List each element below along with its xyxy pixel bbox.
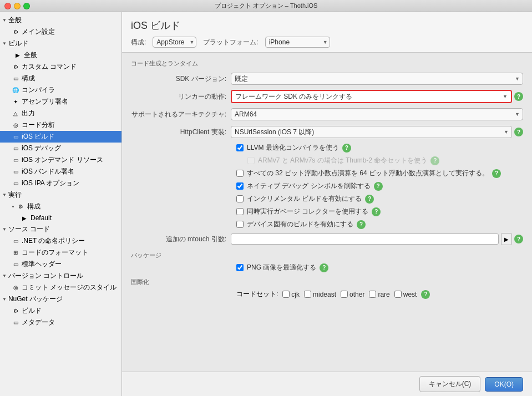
architecture-row: サポートされるアーキテクチャ: ARM64 ARM64+ARMv7 ▼ <box>131 108 523 121</box>
sidebar-item-label: 全般 <box>8 16 22 25</box>
sidebar-item-build[interactable]: ▼ ビルド <box>0 38 121 49</box>
codeset-rare-checkbox[interactable] <box>369 291 376 298</box>
sidebar-item-ios-ondemand[interactable]: ▭ iOS オンデマンド リソース <box>0 154 121 166</box>
sidebar-item-compiler[interactable]: 🌐 コンパイラ <box>0 84 121 96</box>
thumb2-checkbox[interactable] <box>247 157 255 164</box>
sidebar-item-version-ctrl[interactable]: ▼ バージョン コントロール <box>0 270 121 282</box>
platform-select[interactable]: iPhone iPhoneSimulator <box>265 37 330 48</box>
png-optimize-help-button[interactable]: ? <box>320 263 328 272</box>
mtouch-input[interactable] <box>231 233 499 245</box>
sidebar-item-label: iOS オンデマンド リソース <box>22 155 103 165</box>
sidebar-item-label: iOS IPA オプション <box>22 179 79 188</box>
config-select[interactable]: AppStore Debug Release <box>153 37 196 48</box>
sidebar-item-commit-msg[interactable]: ◎ コミット メッセージのスタイル <box>0 282 121 293</box>
sidebar-item-jikko[interactable]: ▼ 実行 <box>0 189 121 201</box>
architecture-select[interactable]: ARM64 ARM64+ARMv7 <box>231 108 523 120</box>
linker-behavior-select[interactable]: フレームワーク SDK のみをリンクする リンクしない すべてをリンクする <box>232 91 511 102</box>
box-icon: ▭ <box>11 74 20 83</box>
thumb2-help-button[interactable]: ? <box>430 156 439 165</box>
png-optimize-checkbox[interactable] <box>236 264 244 271</box>
incremental-help-button[interactable]: ? <box>365 195 374 204</box>
sidebar-item-kousei2[interactable]: ▼ ⚙ 構成 <box>0 201 121 212</box>
gear-icon: ⚙ <box>17 202 26 211</box>
llvm-checkbox-label[interactable]: LLVM 最適化コンパイラを使う <box>247 143 339 153</box>
codeset-help-button[interactable]: ? <box>421 290 430 299</box>
sidebar-item-std-header[interactable]: ▭ 標準ヘッダー <box>0 258 121 270</box>
sidebar-item-label: iOS デバッグ <box>22 144 61 153</box>
sidebar-item-ios-bundle-sign[interactable]: ▭ iOS バンドル署名 <box>0 166 121 177</box>
codeset-cjk-checkbox[interactable] <box>282 291 290 298</box>
maximize-button[interactable] <box>23 3 30 9</box>
native-debug-checkbox-label[interactable]: ネイティブ デバッグ シンボルを削除する <box>247 181 371 191</box>
httpclient-select[interactable]: NSUrlSession (iOS 7 以降) HttpClientHandle… <box>231 126 512 138</box>
codeset-other-checkbox[interactable] <box>341 291 348 298</box>
sidebar-item-label: コミット メッセージのスタイル <box>22 283 116 292</box>
codeset-west: west <box>394 291 417 298</box>
sidebar-item-dotnet-naming[interactable]: ▭ .NET の命名ポリシー <box>0 235 121 247</box>
mtouch-help-button[interactable]: ? <box>514 235 523 243</box>
sdk-version-control: 既定 ▼ <box>231 73 523 85</box>
llvm-checkbox[interactable] <box>236 144 244 151</box>
ok-button[interactable]: OK(O) <box>485 377 523 392</box>
httpclient-control: NSUrlSession (iOS 7 以降) HttpClientHandle… <box>231 126 523 138</box>
concurrent-help-button[interactable]: ? <box>372 207 381 216</box>
concurrent-checkbox-label[interactable]: 同時実行ガベージ コレクターを使用する <box>247 207 368 216</box>
sidebar-item-kousei[interactable]: ▭ 構成 <box>0 73 121 84</box>
incremental-checkbox[interactable] <box>236 195 244 202</box>
native-debug-checkbox[interactable] <box>236 182 244 190</box>
codeset-mideast-checkbox[interactable] <box>304 291 311 298</box>
codeset-rare-label[interactable]: rare <box>378 291 389 298</box>
float32-checkbox[interactable] <box>236 170 244 177</box>
mtouch-control: ▶ ? <box>231 233 523 245</box>
float32-help-button[interactable]: ? <box>492 169 501 178</box>
sidebar-item-nuget[interactable]: ▼ NuGet パッケージ <box>0 293 121 305</box>
box-icon: ▭ <box>11 237 20 246</box>
llvm-help-button[interactable]: ? <box>342 144 351 153</box>
mtouch-row: 追加の mtouch 引数: ▶ ? <box>131 232 523 246</box>
window-controls[interactable] <box>4 3 30 9</box>
sidebar-item-label: iOS ビルド <box>22 132 54 141</box>
sidebar-item-label: カスタム コマンド <box>22 62 77 72</box>
sidebar-item-main-settings[interactable]: ⚙ メイン設定 <box>0 26 121 38</box>
codeset-west-checkbox[interactable] <box>394 291 402 298</box>
sidebar-item-zenban[interactable]: ▼ 全般 <box>0 14 121 26</box>
sidebar-item-ios-ipa[interactable]: ▭ iOS IPA オプション <box>0 177 121 189</box>
device-specific-checkbox[interactable] <box>236 221 244 228</box>
cancel-button[interactable]: キャンセル(C) <box>419 376 481 392</box>
float32-checkbox-row: すべての 32 ビット浮動小数点演算を 64 ビット浮動小数点演算として実行する… <box>131 169 523 178</box>
linker-help-button[interactable]: ? <box>514 92 523 101</box>
close-button[interactable] <box>4 3 11 9</box>
concurrent-checkbox[interactable] <box>236 208 244 215</box>
sidebar-item-metadata[interactable]: ▭ メタデータ <box>0 317 121 328</box>
sidebar-item-label: バージョン コントロール <box>8 271 83 281</box>
sidebar-item-code-format[interactable]: ⊞ コードのフォーマット <box>0 247 121 258</box>
codeset-cjk-label[interactable]: cjk <box>291 291 300 298</box>
float32-checkbox-label[interactable]: すべての 32 ビット浮動小数点演算を 64 ビット浮動小数点演算として実行する… <box>247 169 489 178</box>
sidebar-item-build-all[interactable]: ▶ 全般 <box>0 49 121 61</box>
sidebar-item-ios-build[interactable]: ▭ iOS ビルド <box>0 131 121 143</box>
sidebar-item-assembly-sign[interactable]: ✦ アセンブリ署名 <box>0 96 121 108</box>
httpclient-help-button[interactable]: ? <box>514 128 523 136</box>
sidebar-item-label: .NET の命名ポリシー <box>22 236 85 246</box>
mtouch-expand-button[interactable]: ▶ <box>501 233 512 245</box>
sidebar-item-code-analysis[interactable]: ◎ コード分析 <box>0 119 121 131</box>
sidebar-item-custom-cmd[interactable]: ⚙ カスタム コマンド <box>0 61 121 73</box>
codeset-mideast-label[interactable]: mideast <box>313 291 336 298</box>
sidebar-item-source-code[interactable]: ▼ ソース コード <box>0 224 121 235</box>
sdk-version-select[interactable]: 既定 <box>231 73 523 85</box>
sidebar-item-output[interactable]: △ 出力 <box>0 108 121 119</box>
expand-icon: ▼ <box>2 297 7 302</box>
device-specific-help-button[interactable]: ? <box>357 220 366 229</box>
codeset-other-label[interactable]: other <box>349 291 364 298</box>
sidebar-item-default[interactable]: ▶ Default <box>0 212 121 224</box>
sidebar-item-ios-debug[interactable]: ▭ iOS デバッグ <box>0 143 121 154</box>
sidebar-item-label: 標準ヘッダー <box>22 260 62 269</box>
device-specific-checkbox-label[interactable]: デバイス固有のビルドを有効にする <box>247 220 353 229</box>
linker-behavior-row: リンカーの動作: フレームワーク SDK のみをリンクする リンクしない すべて… <box>131 90 523 103</box>
sidebar-item-nuget-build[interactable]: ⚙ ビルド <box>0 305 121 317</box>
png-optimize-label[interactable]: PNG 画像を最適化する <box>247 263 316 272</box>
codeset-west-label[interactable]: west <box>403 291 417 298</box>
incremental-checkbox-label[interactable]: インクリメンタル ビルドを有効にする <box>247 194 362 204</box>
native-debug-help-button[interactable]: ? <box>374 182 383 191</box>
minimize-button[interactable] <box>14 3 21 9</box>
